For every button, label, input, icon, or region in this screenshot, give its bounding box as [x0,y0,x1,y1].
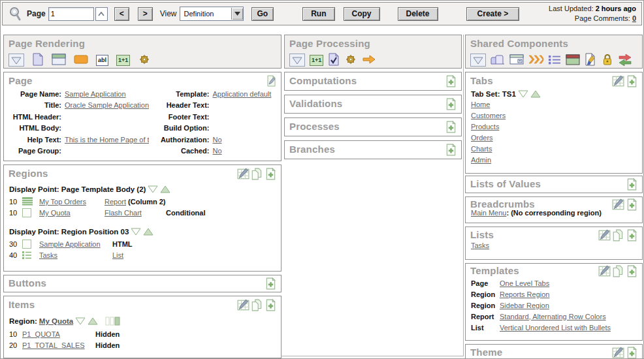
previous-page-button[interactable]: < [114,7,129,21]
edit-all-templates-icon[interactable] [598,265,611,277]
move-up-icon[interactable] [530,90,541,98]
edit-all-lists-icon[interactable] [598,229,611,242]
page-icon[interactable] [32,53,44,67]
tabs-icon[interactable] [491,54,505,66]
move-down-icon[interactable] [75,317,86,325]
tab-link[interactable]: Products [471,121,637,133]
template-link[interactable]: Application default [212,90,271,98]
page-attributes: Page Name:Sample Application Title:Oracl… [4,87,281,157]
create-item-icon[interactable] [265,299,277,311]
tab-link[interactable]: Home [471,99,637,110]
template-link[interactable]: Standard, Alternating Row Colors [500,313,606,320]
security-lock-icon[interactable] [602,53,613,67]
list-link[interactable]: Tasks [471,240,637,251]
create-breadcrumb-icon[interactable] [626,198,638,211]
computation-icon[interactable]: 1+1 [116,55,130,66]
region-name-link[interactable]: Sample Application [39,240,101,248]
tab-link[interactable]: Charts [471,144,637,155]
move-up-icon[interactable] [143,228,153,236]
theme-icon[interactable] [585,53,597,67]
template-link[interactable]: One Level Tabs [500,279,549,287]
page-processing-header: Page Processing 1+1 [284,35,462,69]
create-region-icon[interactable] [265,168,277,180]
computation-icon[interactable]: 1+1 [310,55,323,66]
copy-template-icon[interactable] [612,265,624,277]
navigation-arrows-icon[interactable] [618,54,632,67]
create-process-icon[interactable] [445,121,457,133]
run-button[interactable]: Run [302,7,334,21]
create-validation-icon[interactable] [445,98,457,110]
edit-page-attributes-icon[interactable] [265,75,277,87]
create-list-icon[interactable] [626,229,638,242]
process-gear-icon[interactable] [138,53,151,67]
authorization-link[interactable]: No [212,136,221,144]
validation-icon[interactable] [328,53,340,67]
region-type-link[interactable]: Flash Chart [105,209,142,217]
field-label: Page Name: [5,90,65,98]
lov-icon[interactable] [509,54,524,66]
create-theme-icon[interactable] [626,347,638,359]
edit-all-regions-icon[interactable] [237,168,250,180]
process-gear-icon[interactable] [344,53,357,67]
region-icon[interactable] [52,54,66,67]
copy-item-icon[interactable] [251,299,263,311]
region-name-link[interactable]: Tasks [39,251,57,259]
title-link[interactable]: Oracle Sample Application [65,101,149,109]
text-item-icon[interactable]: abl [96,55,108,66]
templates-section: Templates PageOne Level Tabs RegionRepor… [465,263,643,341]
move-up-icon[interactable] [88,317,98,325]
tab-link[interactable]: Orders [471,133,637,144]
move-down-icon[interactable] [131,228,141,236]
create-button[interactable]: Create > [466,7,520,21]
go-button[interactable]: Go [251,7,274,21]
region-name-link[interactable]: My Quota [39,209,71,217]
edit-all-items-icon[interactable] [237,299,250,311]
tab-link[interactable]: Customers [471,110,637,121]
breadcrumb-link[interactable]: Main Menu [471,209,506,217]
list-icon[interactable] [549,54,561,66]
page-comments-link[interactable]: 0 [632,14,636,22]
edit-breadcrumbs-icon[interactable] [612,198,624,211]
page-picker-button[interactable] [95,7,108,21]
region-note: (Column 2) [128,198,165,206]
page-name-link[interactable]: Sample Application [65,90,126,98]
move-down-icon[interactable] [148,185,158,193]
copy-list-icon[interactable] [612,229,624,242]
template-icon[interactable] [566,54,580,67]
create-button-icon[interactable] [265,277,277,290]
template-link[interactable]: Sidebar Region [500,302,549,309]
region-type-link[interactable]: List [112,251,123,259]
create-computation-icon[interactable] [445,75,457,87]
copy-button[interactable]: Copy [344,7,380,21]
items-region-link[interactable]: My Quota [39,317,73,325]
cached-link[interactable]: No [212,147,221,155]
view-select[interactable]: Definition [180,7,244,21]
copy-region-icon[interactable] [251,168,263,180]
create-lov-icon[interactable] [626,178,638,191]
item-name-link[interactable]: P1_TOTAL_SALES [22,341,85,349]
edit-all-tabs-icon[interactable] [612,75,624,87]
move-up-icon[interactable] [160,185,170,193]
region-type-link[interactable]: Report [105,198,126,206]
create-tab-icon[interactable] [626,75,638,87]
collapse-triangle-icon[interactable] [8,54,24,67]
template-link[interactable]: Reports Region [500,290,549,298]
tab-link[interactable]: Admin [471,155,637,166]
item-name-link[interactable]: P1_QUOTA [22,330,60,338]
help-text-link[interactable]: This is the Home Page of the S [65,136,149,144]
collapse-triangle-icon[interactable] [289,54,305,67]
collapse-triangle-icon[interactable] [470,54,486,67]
edit-theme-icon[interactable] [612,347,624,359]
branch-arrow-icon[interactable] [362,54,376,66]
reorder-columns-icon[interactable] [105,317,120,326]
create-branch-icon[interactable] [445,144,457,156]
delete-button[interactable]: Delete [398,7,438,21]
create-template-icon[interactable] [626,265,638,277]
move-down-icon[interactable] [518,90,528,98]
button-icon[interactable] [74,55,88,65]
next-page-button[interactable]: > [138,7,153,21]
page-number-input[interactable] [48,7,94,21]
template-link[interactable]: Vertical Unordered List with Bullets [500,324,611,332]
breadcrumb-icon[interactable] [528,55,544,65]
region-name-link[interactable]: My Top Orders [39,198,86,206]
